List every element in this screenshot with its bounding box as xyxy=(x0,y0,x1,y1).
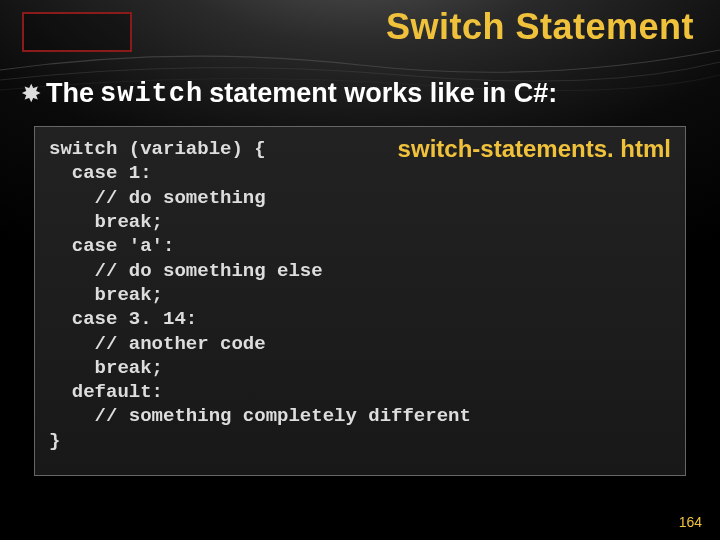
bullet-text: ✸ The switch statement works like in C#: xyxy=(22,78,694,109)
slide-title: Switch Statement xyxy=(386,6,694,48)
code-block: switch-statements. html switch (variable… xyxy=(34,126,686,476)
code-content: switch (variable) { case 1: // do someth… xyxy=(49,137,671,453)
bullet-pre: The xyxy=(46,78,94,109)
bullet-keyword: switch xyxy=(100,79,203,109)
page-number: 164 xyxy=(679,514,702,530)
logo-placeholder xyxy=(22,12,132,52)
filename-label: switch-statements. html xyxy=(398,135,671,163)
slide: Switch Statement ✸ The switch statement … xyxy=(0,0,720,540)
bullet-icon: ✸ xyxy=(22,83,40,105)
bullet-post: statement works like in C#: xyxy=(209,78,557,109)
